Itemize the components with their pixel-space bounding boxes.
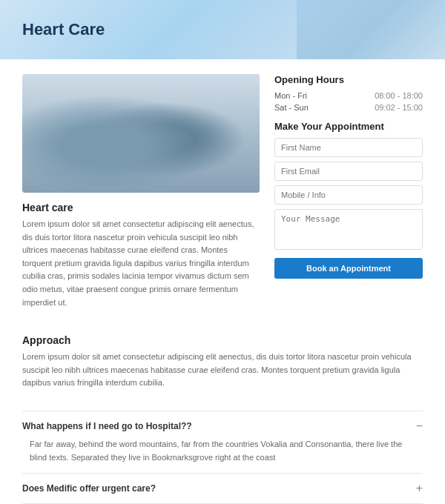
first-name-input[interactable] [274, 138, 423, 157]
approach-body: Lorem ipsum dolor sit amet consectetur a… [22, 351, 423, 390]
doctor-image [22, 74, 260, 193]
heart-care-title: Heart care [22, 202, 260, 213]
hours-days-weekday: Mon - Fri [274, 91, 307, 100]
hours-days-weekend: Sat - Sun [274, 103, 309, 112]
opening-hours-title: Opening Hours [274, 74, 423, 85]
page-title: Heart Care [22, 20, 105, 39]
left-column: Heart care Lorem ipsum dolor sit amet co… [22, 74, 274, 319]
hours-time-weekday: 08:00 - 18:00 [375, 91, 423, 100]
right-column: Opening Hours Mon - Fri 08:00 - 18:00 Sa… [274, 74, 423, 319]
faq-toggle-icon-0: − [416, 420, 423, 432]
faq-header-0[interactable]: What happens if I need go to Hospital?? … [22, 420, 423, 432]
hero-section: Heart Care [0, 0, 445, 59]
hours-row-weekend: Sat - Sun 09:02 - 15:00 [274, 103, 423, 112]
approach-section: Approach Lorem ipsum dolor sit amet cons… [0, 334, 445, 411]
faq-question-1: Does Medific offer urgent care? [22, 483, 156, 494]
faq-question-0: What happens if I need go to Hospital?? [22, 421, 192, 431]
faq-header-1[interactable]: Does Medific offer urgent care? + [22, 483, 423, 494]
hours-row-weekday: Mon - Fri 08:00 - 18:00 [274, 91, 423, 100]
approach-title: Approach [22, 334, 423, 346]
message-textarea[interactable] [274, 209, 423, 250]
email-input[interactable] [274, 162, 423, 181]
appointment-title: Make Your Appointment [274, 121, 423, 132]
faq-answer-0: Far far away, behind the word mountains,… [22, 438, 423, 464]
doctor-image-inner [22, 74, 260, 193]
heart-care-body: Lorem ipsum dolor sit amet consectetur a… [22, 218, 260, 309]
faq-item-0: What happens if I need go to Hospital?? … [22, 411, 423, 473]
faq-toggle-icon-1: + [416, 483, 423, 494]
hours-time-weekend: 09:02 - 15:00 [375, 103, 423, 112]
faq-section: What happens if I need go to Hospital?? … [0, 411, 445, 504]
hero-background-image [297, 0, 445, 59]
main-content: Heart care Lorem ipsum dolor sit amet co… [0, 59, 445, 334]
mobile-input[interactable] [274, 185, 423, 205]
book-appointment-button[interactable]: Book an Appointment [274, 258, 423, 279]
faq-item-1: Does Medific offer urgent care? + [22, 473, 423, 503]
